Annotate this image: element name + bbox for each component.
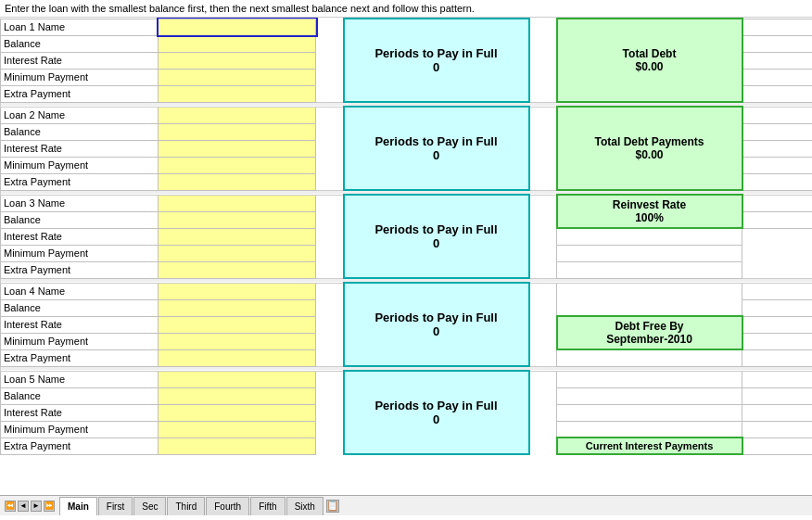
- loan1-periods-label: Periods to Pay in Full: [348, 46, 526, 60]
- loan1-name-label: Loan 1 Name: [1, 19, 159, 35]
- loan3-extra-input[interactable]: [159, 261, 316, 278]
- loan3-name-input[interactable]: [159, 195, 316, 211]
- loan4-minimum-label: Minimum Payment: [1, 333, 159, 349]
- loan4-name-label: Loan 4 Name: [1, 283, 159, 299]
- loan1-minimum-input[interactable]: [159, 69, 316, 85]
- loan5-interest-label: Interest Rate: [1, 404, 159, 421]
- loan3-name-row: Loan 3 Name Periods to Pay in Full 0 Rei…: [1, 195, 813, 211]
- reinvest-value: 100%: [561, 211, 739, 224]
- loan1-balance-label: Balance: [1, 35, 159, 52]
- tab-main[interactable]: Main: [59, 497, 97, 515]
- tab-first[interactable]: First: [98, 497, 133, 515]
- current-interest-box: Current Interest Payments: [557, 438, 742, 454]
- tab-bar: ⏪ ◄ ► ⏩ Main First Sec Third Fourth Fift…: [0, 495, 812, 515]
- loan5-minimum-input[interactable]: [159, 421, 316, 438]
- loan3-balance-label: Balance: [1, 211, 159, 228]
- loan1-minimum-label: Minimum Payment: [1, 69, 159, 85]
- loan1-interest-label: Interest Rate: [1, 52, 159, 69]
- current-interest-label: Current Interest Payments: [561, 440, 739, 451]
- loan5-periods-box: Periods to Pay in Full 0: [344, 371, 529, 454]
- loan5-extra-label: Extra Payment: [1, 438, 159, 454]
- loan4-name-row: Loan 4 Name Periods to Pay in Full 0: [1, 283, 813, 299]
- loan2-periods-box: Periods to Pay in Full 0: [344, 107, 529, 190]
- reinvest-label: Reinvest Rate: [561, 198, 739, 211]
- loan5-name-input[interactable]: [159, 371, 316, 387]
- tab-prev-arrow[interactable]: ◄: [18, 501, 29, 512]
- loan4-extra-label: Extra Payment: [1, 349, 159, 366]
- loan4-minimum-input[interactable]: [159, 333, 316, 349]
- tab-nav-arrows: ⏪ ◄ ► ⏩: [5, 501, 55, 512]
- loan2-periods-value: 0: [348, 148, 526, 162]
- debt-free-label: Debt Free By: [561, 320, 739, 333]
- loan1-interest-input[interactable]: [159, 52, 316, 69]
- loan5-interest-input[interactable]: [159, 404, 316, 421]
- tab-options-icon[interactable]: 📋: [326, 500, 339, 513]
- loan5-name-row: Loan 5 Name Periods to Pay in Full 0: [1, 371, 813, 387]
- loan1-name-input[interactable]: [159, 19, 316, 35]
- loan2-balance-label: Balance: [1, 123, 159, 140]
- loan4-balance-label: Balance: [1, 299, 159, 316]
- loan2-periods-label: Periods to Pay in Full: [348, 134, 526, 148]
- loan3-minimum-input[interactable]: [159, 245, 316, 261]
- loan4-periods-label: Periods to Pay in Full: [348, 311, 526, 324]
- loan4-name-input[interactable]: [159, 283, 316, 299]
- loan4-balance-input[interactable]: [159, 299, 316, 316]
- tab-fourth[interactable]: Fourth: [206, 497, 249, 515]
- loan3-periods-value: 0: [348, 236, 526, 250]
- loan1-name-row: Loan 1 Name Periods to Pay in Full 0 Tot…: [1, 19, 813, 35]
- loan2-name-input[interactable]: [159, 107, 316, 123]
- total-debt-label: Total Debt: [561, 47, 739, 60]
- tab-sec[interactable]: Sec: [133, 497, 166, 515]
- loan5-name-label: Loan 5 Name: [1, 371, 159, 387]
- tab-first-arrow[interactable]: ⏪: [5, 501, 16, 512]
- loan4-extra-input[interactable]: [159, 349, 316, 366]
- loan2-minimum-input[interactable]: [159, 157, 316, 173]
- tab-next-arrow[interactable]: ►: [31, 501, 42, 512]
- debt-free-box: Debt Free By September-2010: [557, 316, 742, 349]
- tab-fifth[interactable]: Fifth: [250, 497, 285, 515]
- loan2-name-row: Loan 2 Name Periods to Pay in Full 0 Tot…: [1, 107, 813, 123]
- loan3-extra-label: Extra Payment: [1, 261, 159, 278]
- instruction-text: Enter the loan with the smallest balance…: [5, 3, 475, 14]
- loan2-balance-input[interactable]: [159, 123, 316, 140]
- total-debt-box: Total Debt $0.00: [557, 19, 742, 102]
- total-debt-value: $0.00: [561, 60, 739, 73]
- loan3-minimum-label: Minimum Payment: [1, 245, 159, 261]
- instruction-bar: Enter the loan with the smallest balance…: [0, 0, 812, 18]
- loan2-minimum-label: Minimum Payment: [1, 157, 159, 173]
- total-payments-label: Total Debt Payments: [561, 135, 739, 148]
- loan2-interest-input[interactable]: [159, 140, 316, 157]
- debt-free-value: September-2010: [561, 333, 739, 346]
- loan4-interest-label: Interest Rate: [1, 316, 159, 333]
- loan1-balance-input[interactable]: [159, 35, 316, 52]
- loan1-periods-value: 0: [348, 60, 526, 74]
- loan2-name-label: Loan 2 Name: [1, 107, 159, 123]
- loan2-extra-label: Extra Payment: [1, 173, 159, 190]
- total-payments-value: $0.00: [561, 148, 739, 161]
- total-payments-box: Total Debt Payments $0.00: [557, 107, 742, 190]
- loan2-extra-input[interactable]: [159, 173, 316, 190]
- loan3-interest-input[interactable]: [159, 228, 316, 245]
- tab-last-arrow[interactable]: ⏩: [44, 501, 55, 512]
- loan4-interest-input[interactable]: [159, 316, 316, 333]
- loan1-extra-input[interactable]: [159, 85, 316, 102]
- loan5-balance-input[interactable]: [159, 387, 316, 404]
- loan1-extra-label: Extra Payment: [1, 85, 159, 102]
- loan3-balance-input[interactable]: [159, 211, 316, 228]
- loan3-interest-label: Interest Rate: [1, 228, 159, 245]
- loan3-name-label: Loan 3 Name: [1, 195, 159, 211]
- loan5-periods-value: 0: [348, 412, 526, 426]
- loan5-periods-label: Periods to Pay in Full: [348, 399, 526, 412]
- loan3-periods-label: Periods to Pay in Full: [348, 222, 526, 236]
- reinvest-box: Reinvest Rate 100%: [557, 195, 742, 228]
- tab-sixth[interactable]: Sixth: [286, 497, 324, 515]
- loan5-extra-input[interactable]: [159, 438, 316, 454]
- loan4-periods-value: 0: [348, 324, 526, 338]
- main-table: Loan 1 Name Periods to Pay in Full 0 Tot…: [0, 18, 812, 455]
- loan5-balance-label: Balance: [1, 387, 159, 404]
- spreadsheet-area: Loan 1 Name Periods to Pay in Full 0 Tot…: [0, 18, 812, 495]
- loan2-interest-label: Interest Rate: [1, 140, 159, 157]
- loan4-periods-box: Periods to Pay in Full 0: [344, 283, 529, 366]
- tab-third[interactable]: Third: [167, 497, 205, 515]
- loan5-minimum-label: Minimum Payment: [1, 421, 159, 438]
